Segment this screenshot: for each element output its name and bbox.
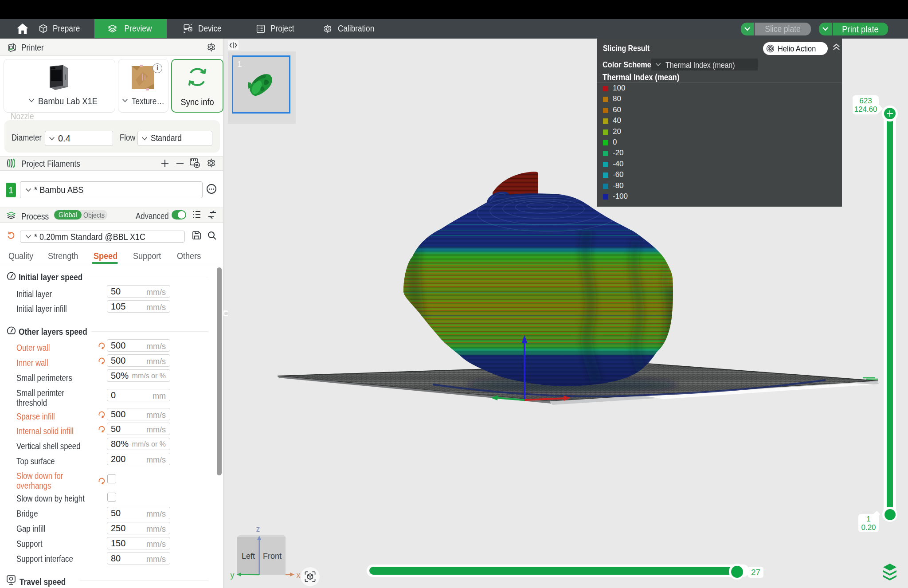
svg-text:Front: Front: [263, 552, 282, 561]
svg-text:x: x: [297, 571, 301, 580]
svg-text:Left: Left: [242, 552, 255, 561]
svg-text:z: z: [256, 525, 260, 533]
svg-text:y: y: [231, 571, 235, 580]
